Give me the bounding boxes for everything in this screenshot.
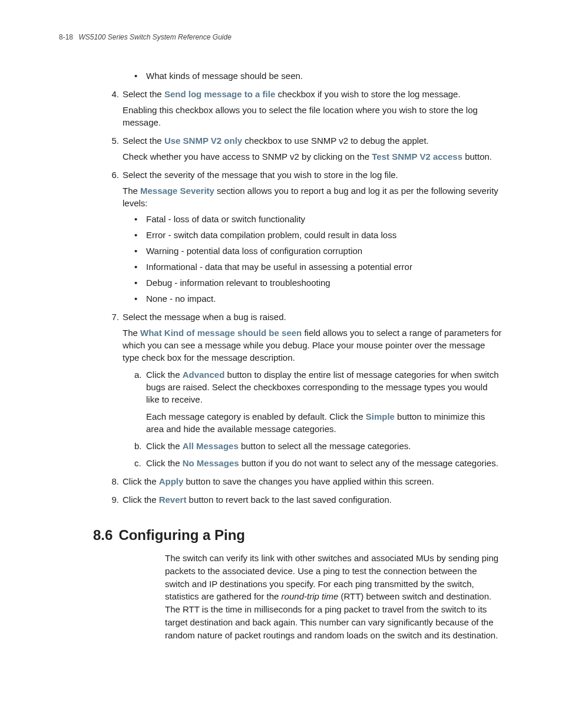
emphasis: What Kind of message should be seen (140, 328, 302, 338)
step-body: Click the Revert button to revert back t… (123, 493, 503, 506)
substep-c: c. Click the No Messages button if you d… (134, 457, 503, 469)
text: Check whether you have access to SNMP v2… (123, 151, 372, 162)
bullet-icon: • (134, 276, 146, 289)
text: The (123, 328, 140, 338)
emphasis: No Messages (183, 458, 239, 468)
bullet-text: Debug - information relevant to troubles… (146, 276, 330, 289)
substep-label: a. (134, 368, 146, 435)
text: Click the (146, 441, 183, 451)
text: button. (462, 151, 492, 162)
substep-b: b. Click the All Messages button to sele… (134, 440, 503, 452)
section-body: The switch can verify its link with othe… (165, 552, 503, 641)
intro-bullets: • What kinds of message should be seen. (134, 70, 503, 82)
emphasis: All Messages (183, 441, 239, 451)
italic-text: round-trip time (282, 591, 339, 601)
bullet-item: •Informational - data that may be useful… (134, 261, 503, 273)
step-8: 8. Click the Apply button to save the ch… (106, 475, 503, 487)
step-5-cont: Check whether you have access to SNMP v2… (123, 150, 503, 163)
step-5: 5. Select the Use SNMP V2 only checkbox … (106, 134, 503, 147)
bullet-icon: • (134, 292, 146, 305)
bullet-text: Warning - potential data loss of configu… (146, 245, 362, 257)
document-page: 8-18 WS5100 Series Switch System Referen… (0, 0, 562, 728)
page-number: 8-18 (59, 33, 73, 41)
bullet-item: •None - no impact. (134, 292, 503, 305)
step-body: Select the Use SNMP V2 only checkbox to … (123, 134, 503, 147)
text: Click the (123, 476, 159, 486)
bullet-icon: • (134, 261, 146, 273)
step-7: 7. Select the message when a bug is rais… (106, 311, 503, 323)
emphasis: Use SNMP V2 only (164, 136, 242, 146)
step-number: 5. (106, 134, 123, 147)
step-number: 9. (106, 493, 123, 506)
text: checkbox to use SNMP v2 to debug the app… (242, 136, 429, 146)
bullet-text: Informational - data that may be useful … (146, 261, 412, 273)
section-number: 8.6 (93, 527, 113, 543)
text: button to select all the message categor… (239, 441, 411, 451)
page-header: 8-18 WS5100 Series Switch System Referen… (59, 33, 503, 41)
substep-body: Click the All Messages button to select … (146, 440, 503, 452)
bullet-item: •Fatal - loss of data or switch function… (134, 213, 503, 225)
bullet-text: Error - switch data compilation problem,… (146, 229, 396, 241)
substep-a: a. Click the Advanced button to display … (134, 368, 503, 435)
step-number: 4. (106, 88, 123, 100)
emphasis: Advanced (183, 370, 225, 380)
substep-label: b. (134, 440, 146, 452)
bullet-text: What kinds of message should be seen. (146, 70, 303, 82)
bullet-item: •Warning - potential data loss of config… (134, 245, 503, 257)
emphasis: Test SNMP V2 access (372, 151, 462, 162)
emphasis: Send log message to a file (164, 89, 275, 99)
emphasis: Message Severity (140, 186, 214, 196)
text: button if you do not want to select any … (239, 458, 498, 468)
step-body: Select the Send log message to a file ch… (123, 88, 503, 100)
section-title: Configuring a Ping (118, 527, 245, 543)
step-9: 9. Click the Revert button to revert bac… (106, 493, 503, 506)
step-body: Select the severity of the message that … (123, 169, 503, 181)
step-4: 4. Select the Send log message to a file… (106, 88, 503, 100)
severity-bullets: •Fatal - loss of data or switch function… (134, 213, 503, 305)
text: button to revert back to the last saved … (186, 495, 392, 505)
bullet-text: None - no impact. (146, 292, 216, 305)
bullet-item: •Error - switch data compilation problem… (134, 229, 503, 241)
step-4-cont: Enabling this checkbox allows you to sel… (123, 104, 503, 129)
text: Click the (123, 495, 159, 505)
text: The (123, 186, 140, 196)
bullet-item: •Debug - information relevant to trouble… (134, 276, 503, 289)
text: Click the (146, 370, 183, 380)
substep-label: c. (134, 457, 146, 469)
step-body: Select the message when a bug is raised. (123, 311, 503, 323)
text: button to save the changes you have appl… (183, 476, 434, 486)
bullet-icon: • (134, 213, 146, 225)
step-number: 6. (106, 169, 123, 181)
emphasis: Simple (366, 411, 395, 421)
substep-a-cont: Each message category is enabled by defa… (146, 410, 503, 435)
emphasis: Apply (159, 476, 184, 486)
text: Select the (123, 136, 164, 146)
step-6-cont: The Message Severity section allows you … (123, 185, 503, 209)
section-heading: 8.6 Configuring a Ping (93, 527, 503, 543)
bullet-item: • What kinds of message should be seen. (134, 70, 503, 82)
step-number: 8. (106, 475, 123, 487)
bullet-text: Fatal - loss of data or switch functiona… (146, 213, 305, 225)
text: Select the (123, 89, 164, 99)
text: checkbox if you wish to store the log me… (275, 89, 460, 99)
step-body: Click the Apply button to save the chang… (123, 475, 503, 487)
substep-body: Click the Advanced button to display the… (146, 368, 503, 435)
body-content: • What kinds of message should be seen. … (59, 70, 503, 506)
step-7-cont: The What Kind of message should be seen … (123, 327, 503, 364)
text: Each message category is enabled by defa… (146, 411, 366, 421)
substeps: a. Click the Advanced button to display … (134, 368, 503, 469)
step-6: 6. Select the severity of the message th… (106, 169, 503, 181)
bullet-icon: • (134, 229, 146, 241)
emphasis: Revert (159, 495, 187, 505)
bullet-icon: • (134, 245, 146, 257)
text: Click the (146, 458, 183, 468)
guide-title: WS5100 Series Switch System Reference Gu… (78, 33, 231, 41)
substep-body: Click the No Messages button if you do n… (146, 457, 503, 469)
bullet-icon: • (134, 70, 146, 82)
step-number: 7. (106, 311, 123, 323)
